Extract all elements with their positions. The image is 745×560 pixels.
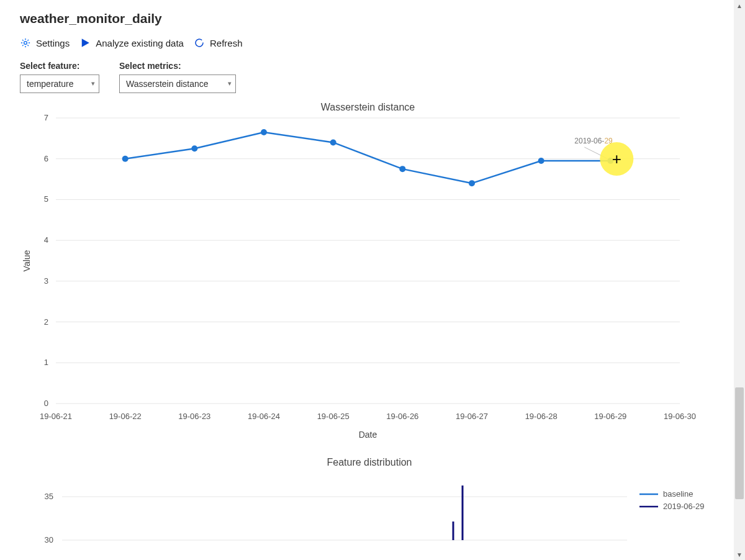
svg-text:19-06-30: 19-06-30 xyxy=(664,412,696,421)
charts-svg[interactable]: Wasserstein distance01234567Value19-06-2… xyxy=(19,99,720,546)
chevron-down-icon: ▾ xyxy=(91,79,95,88)
feature-select[interactable]: temperature ▾ xyxy=(20,75,99,93)
svg-text:1: 1 xyxy=(44,358,48,367)
gear-icon xyxy=(20,37,31,48)
chart-area: Wasserstein distance01234567Value19-06-2… xyxy=(19,99,714,546)
chevron-down-icon: ▾ xyxy=(228,79,232,88)
svg-text:19-06-26: 19-06-26 xyxy=(386,412,418,421)
scrollbar-track[interactable] xyxy=(734,11,745,549)
svg-text:2019-06-29: 2019-06-29 xyxy=(663,502,705,511)
cursor-plus-icon: + xyxy=(612,150,621,168)
metrics-select[interactable]: Wasserstein distance ▾ xyxy=(119,75,236,93)
data-point[interactable] xyxy=(469,180,475,186)
scroll-up-arrow-icon[interactable]: ▲ xyxy=(734,0,745,11)
refresh-icon xyxy=(194,37,205,48)
x-axis-label: Date xyxy=(359,430,377,440)
data-point[interactable] xyxy=(191,145,197,151)
refresh-button[interactable]: Refresh xyxy=(194,37,243,48)
svg-text:19-06-29: 19-06-29 xyxy=(594,412,626,421)
toolbar: Settings Analyze existing data Refresh xyxy=(0,31,733,55)
analyze-label: Analyze existing data xyxy=(96,38,184,48)
analyze-button[interactable]: Analyze existing data xyxy=(79,37,184,48)
scrollbar-thumb[interactable] xyxy=(735,387,744,499)
metrics-select-value: Wasserstein distance xyxy=(126,79,209,89)
svg-text:30: 30 xyxy=(45,535,53,544)
refresh-label: Refresh xyxy=(210,38,243,48)
play-icon xyxy=(79,37,91,48)
metrics-select-label: Select metrics: xyxy=(119,61,236,71)
chart-title: Wasserstein distance xyxy=(321,102,415,112)
chart2-legend: baseline2019-06-29 xyxy=(639,489,705,511)
data-point[interactable] xyxy=(261,129,267,135)
settings-button[interactable]: Settings xyxy=(20,37,70,48)
feature-select-label: Select feature: xyxy=(20,61,99,71)
svg-text:19-06-28: 19-06-28 xyxy=(525,412,558,421)
line-series[interactable] xyxy=(125,132,611,183)
feature-select-value: temperature xyxy=(27,79,73,89)
data-point[interactable] xyxy=(538,158,544,164)
svg-text:19-06-22: 19-06-22 xyxy=(109,412,142,421)
hover-annotation: 2019-06-29 xyxy=(574,137,613,145)
svg-text:19-06-25: 19-06-25 xyxy=(317,412,350,421)
page-title: weather_monitor_daily xyxy=(0,0,733,31)
svg-text:19-06-21: 19-06-21 xyxy=(40,412,72,421)
svg-text:4: 4 xyxy=(44,235,48,245)
scroll-down-arrow-icon[interactable]: ▼ xyxy=(734,549,745,560)
chart2-title: Feature distribution xyxy=(327,457,412,467)
svg-text:19-06-23: 19-06-23 xyxy=(178,412,210,421)
svg-text:baseline: baseline xyxy=(663,489,693,499)
data-point[interactable] xyxy=(399,166,405,172)
data-point[interactable] xyxy=(122,156,129,162)
data-point[interactable] xyxy=(330,139,336,145)
svg-text:6: 6 xyxy=(44,154,48,163)
svg-text:7: 7 xyxy=(44,113,48,122)
svg-text:19-06-27: 19-06-27 xyxy=(456,412,488,421)
selectors: Select feature: temperature ▾ Select met… xyxy=(0,55,733,99)
svg-text:2: 2 xyxy=(44,317,48,327)
svg-text:3: 3 xyxy=(44,276,48,286)
svg-point-0 xyxy=(24,42,27,45)
svg-text:19-06-24: 19-06-24 xyxy=(248,412,280,421)
settings-label: Settings xyxy=(36,38,70,48)
y-axis-label: Value xyxy=(22,250,32,271)
svg-text:5: 5 xyxy=(44,194,48,204)
svg-text:35: 35 xyxy=(45,492,53,501)
vertical-scrollbar[interactable]: ▲ ▼ xyxy=(734,0,745,560)
svg-text:0: 0 xyxy=(44,399,48,408)
